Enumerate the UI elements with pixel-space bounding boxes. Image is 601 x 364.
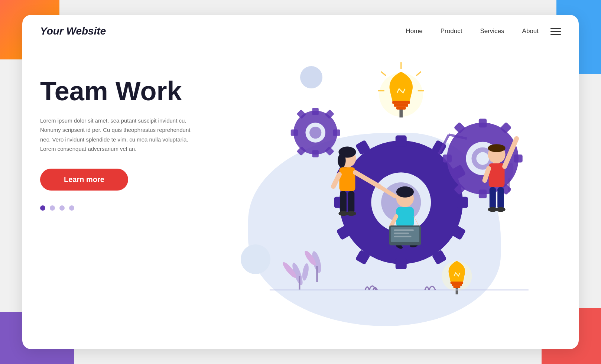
hero-title: Team Work — [40, 77, 233, 105]
nav-services[interactable]: Services — [480, 27, 504, 35]
svg-point-15 — [309, 127, 321, 139]
svg-rect-55 — [394, 104, 408, 107]
svg-rect-16 — [312, 108, 319, 115]
svg-rect-56 — [396, 107, 406, 110]
hamburger-line-2 — [550, 31, 561, 32]
svg-rect-29 — [457, 197, 468, 208]
svg-point-70 — [338, 153, 345, 168]
svg-rect-44 — [479, 189, 487, 198]
svg-rect-45 — [514, 155, 523, 162]
svg-point-80 — [396, 186, 414, 198]
dot-3[interactable] — [59, 205, 65, 211]
svg-rect-89 — [391, 227, 419, 242]
svg-rect-74 — [340, 191, 347, 213]
hamburger-menu[interactable] — [550, 28, 561, 35]
svg-rect-3 — [299, 276, 300, 290]
nav-product[interactable]: Product — [441, 27, 462, 35]
svg-point-77 — [347, 211, 356, 216]
svg-rect-6 — [316, 266, 318, 282]
dot-1[interactable] — [40, 205, 45, 211]
svg-rect-65 — [452, 284, 462, 286]
small-gear-left — [291, 108, 340, 157]
svg-rect-28 — [396, 258, 407, 269]
svg-rect-75 — [348, 191, 354, 213]
svg-rect-71 — [340, 167, 355, 191]
svg-rect-19 — [291, 129, 298, 136]
dot-4[interactable] — [69, 205, 74, 211]
learn-more-button[interactable]: Learn more — [40, 169, 128, 191]
svg-rect-98 — [490, 187, 496, 209]
svg-line-73 — [333, 175, 339, 186]
nav-home[interactable]: Home — [406, 27, 422, 35]
svg-point-101 — [496, 207, 506, 212]
svg-rect-90 — [394, 230, 414, 231]
carousel-dots — [40, 205, 233, 211]
svg-rect-81 — [396, 207, 414, 227]
svg-rect-99 — [497, 187, 504, 209]
svg-line-60 — [381, 72, 386, 76]
nav-about[interactable]: About — [522, 27, 539, 35]
svg-rect-18 — [333, 129, 340, 136]
brand-logo[interactable]: Your Website — [40, 25, 106, 37]
hamburger-line-3 — [550, 34, 561, 35]
svg-rect-95 — [489, 163, 505, 187]
hamburger-line-1 — [550, 28, 561, 29]
svg-rect-66 — [453, 286, 460, 288]
svg-rect-27 — [396, 136, 407, 147]
nav-links: Home Product Services About — [406, 27, 539, 35]
svg-rect-64 — [451, 282, 463, 284]
dot-2[interactable] — [50, 205, 55, 211]
svg-rect-54 — [392, 101, 410, 104]
navbar: Your Website Home Product Services About — [22, 15, 579, 48]
main-card: Your Website Home Product Services About… — [22, 15, 579, 349]
svg-rect-57 — [399, 110, 403, 117]
plant-left — [281, 249, 323, 290]
hero-left: Team Work Lorem ipsum dolor sit amet, se… — [40, 55, 233, 211]
teamwork-illustration — [233, 55, 561, 334]
lightbulb-top — [378, 62, 424, 117]
svg-point-42 — [476, 152, 489, 165]
svg-rect-43 — [479, 119, 487, 128]
svg-rect-91 — [394, 233, 409, 234]
svg-point-94 — [488, 144, 505, 152]
svg-rect-46 — [443, 155, 452, 162]
svg-line-59 — [416, 72, 421, 76]
svg-rect-17 — [312, 150, 319, 157]
svg-point-2 — [301, 263, 310, 281]
hero-section: Team Work Lorem ipsum dolor sit amet, se… — [22, 48, 579, 348]
svg-rect-92 — [394, 236, 411, 237]
hero-illustration — [233, 55, 561, 348]
lightbulb-bottom — [442, 261, 472, 294]
svg-rect-67 — [456, 288, 458, 294]
hero-description: Lorem ipsum dolor sit amet, sea putant s… — [40, 116, 200, 154]
